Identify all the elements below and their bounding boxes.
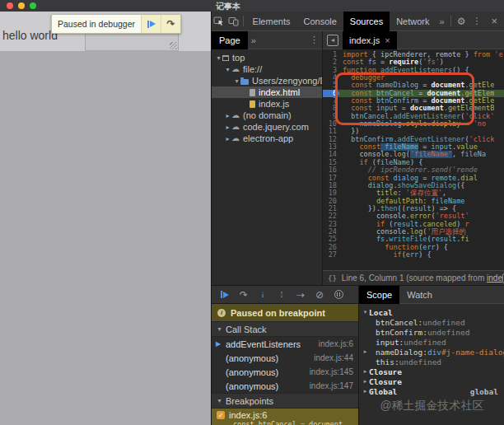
code-line[interactable]: 12 btnConfirm.addEventListener('click xyxy=(323,136,504,143)
tab-console[interactable]: Console xyxy=(296,12,343,31)
tree-item-index-html[interactable]: index.html xyxy=(212,86,322,98)
resume-script-button[interactable] xyxy=(219,291,231,298)
deactivate-breakpoints-button[interactable]: ⊘ xyxy=(314,289,325,301)
line-number[interactable]: 8 xyxy=(323,105,340,112)
code-area[interactable]: 1import { ipcRenderer, remote } from 'e2… xyxy=(323,49,504,270)
tree-item-no-domain[interactable]: ▸☁(no domain) xyxy=(212,110,322,121)
tab-scope[interactable]: Scope xyxy=(359,286,399,304)
resize-grip-icon[interactable] xyxy=(170,42,177,49)
code-line[interactable]: 27 if(err) { xyxy=(323,251,504,259)
call-stack-header[interactable]: ▾ Call Stack xyxy=(212,321,358,337)
code-line[interactable]: 16 // ipcRenderer.send('rende xyxy=(323,166,504,174)
scope-var-btnconfirm[interactable]: btnConfirm: undefined xyxy=(359,327,504,337)
tree-expand-icon[interactable]: ▾ xyxy=(215,54,222,62)
code-line[interactable]: 13 const fileName = input.value xyxy=(323,143,504,151)
tree-expand-icon[interactable]: ▸ xyxy=(224,124,231,131)
gear-icon[interactable]: ⚙ xyxy=(457,16,466,27)
code-line[interactable]: 17 const dialog = remote.dial xyxy=(323,175,504,182)
line-number[interactable]: 1 xyxy=(323,51,340,58)
code-line[interactable]: 18 dialog.showSaveDialog({ xyxy=(323,182,504,189)
code-line[interactable]: 15 if (fileName) { xyxy=(323,159,504,166)
breakpoint-checkbox[interactable]: ✓ xyxy=(217,411,225,419)
tree-expand-icon[interactable]: ▾ xyxy=(224,66,231,73)
code-line[interactable]: 24 console.log('用户选择的 xyxy=(323,228,504,236)
pause-on-exceptions-button[interactable] xyxy=(333,290,344,299)
pretty-print-icon[interactable]: {} xyxy=(323,274,342,283)
kebab-menu-icon[interactable]: ⋮ xyxy=(469,16,484,26)
overlay-resume-button[interactable] xyxy=(141,15,161,33)
tab-close-icon[interactable]: × xyxy=(385,35,390,45)
code-line[interactable]: 22 console.error('result' xyxy=(323,212,504,220)
call-stack-frame-addeventlisteners[interactable]: ▶addEventListenersindex.js:6 xyxy=(212,337,358,351)
tab-sources[interactable]: Sources xyxy=(343,12,390,31)
expand-arrow-icon[interactable]: ▸ xyxy=(362,348,369,355)
inspect-icon[interactable] xyxy=(212,13,226,30)
expand-arrow-icon[interactable]: ▸ xyxy=(362,368,369,375)
code-line[interactable]: 21 }).then((result) => { xyxy=(323,205,504,212)
expand-arrow-icon[interactable]: ▾ xyxy=(362,309,369,315)
breakpoint-marker[interactable]: 6 xyxy=(323,90,340,97)
tree-expand-icon[interactable]: ▸ xyxy=(224,135,231,142)
call-stack-frame-anonymous[interactable]: (anonymous)index.js:145 xyxy=(212,365,358,379)
overlay-step-over-button[interactable]: ↷ xyxy=(161,15,180,33)
code-line[interactable]: 4 debugger xyxy=(323,74,504,82)
tree-expand-icon[interactable]: ▾ xyxy=(233,77,240,85)
tab-elements[interactable]: Elements xyxy=(246,12,297,31)
step-into-button[interactable]: ↓• xyxy=(257,292,268,298)
line-number[interactable]: 27 xyxy=(323,251,340,259)
more-tabs-icon[interactable]: » xyxy=(248,35,259,45)
scope-var-input[interactable]: input: undefined xyxy=(359,337,504,347)
tree-item-file[interactable]: ▾☁file:// xyxy=(212,63,322,75)
scope-section-local[interactable]: ▾Local xyxy=(359,307,504,317)
source-map-link[interactable]: inde xyxy=(487,273,502,283)
line-number[interactable]: 4 xyxy=(323,74,340,82)
scope-section-closure[interactable]: ▸Closure xyxy=(359,367,504,376)
code-line[interactable]: 19 title: '保存位置', xyxy=(323,189,504,197)
scope-var-this[interactable]: this: undefined xyxy=(359,357,504,367)
step-over-button[interactable]: ↷ xyxy=(238,289,250,301)
code-line[interactable]: 3function addEventListeners() { xyxy=(323,67,504,74)
line-number[interactable]: 5 xyxy=(323,82,340,89)
expand-arrow-icon[interactable]: ▸ xyxy=(362,388,369,395)
zoom-window-button[interactable] xyxy=(30,2,36,9)
tree-item-electron-app[interactable]: ▸☁electron-app xyxy=(212,133,322,144)
code-line[interactable]: 23 if (result.canceled) r xyxy=(323,221,504,228)
tree-item-users-zengyong-d[interactable]: ▾Users/zengyong/D xyxy=(212,75,322,86)
scope-var-namedialog[interactable]: ▸nameDialog: div#j-name-dialog.cr xyxy=(359,347,504,357)
code-line[interactable]: 20 defaultPath: fileName xyxy=(323,198,504,205)
collapse-sidebar-icon[interactable]: ◂ xyxy=(327,35,338,46)
minimize-window-button[interactable] xyxy=(18,2,25,9)
tab-watch[interactable]: Watch xyxy=(399,286,440,304)
code-line[interactable]: 8 const input = document.getElementB xyxy=(323,105,504,112)
tree-item-code-jquery-com[interactable]: ▸☁code.jquery.com xyxy=(212,121,322,133)
device-toolbar-icon[interactable] xyxy=(226,13,240,30)
code-line[interactable]: 1import { ipcRenderer, remote } from 'e xyxy=(323,51,504,58)
code-line[interactable]: 6 const btnCancel = document.getElem xyxy=(323,90,504,97)
close-window-button[interactable] xyxy=(7,2,13,9)
code-line[interactable]: 14 console.log('fileName', fileNa xyxy=(323,151,504,158)
breakpoint-item[interactable]: ✓ index.js:6 const btnCancel = document… xyxy=(212,409,358,425)
tree-expand-icon[interactable]: ▸ xyxy=(224,112,231,119)
scope-section-global[interactable]: ▸Globalglobal xyxy=(359,386,504,396)
code-line[interactable]: 26 function(err) { xyxy=(323,244,504,251)
tree-item-top[interactable]: ▾top xyxy=(212,52,322,63)
step-out-button[interactable]: ↑• xyxy=(276,292,287,298)
line-number[interactable]: 2 xyxy=(323,58,340,66)
close-icon[interactable]: × xyxy=(488,15,501,27)
tab-page[interactable]: Page xyxy=(212,31,248,49)
code-line[interactable]: 5 const nameDialog = document.getEle xyxy=(323,82,504,89)
line-number[interactable]: 3 xyxy=(323,67,340,74)
editor-tab-indexjs[interactable]: index.js × xyxy=(343,31,397,49)
tree-item-index-js[interactable]: index.js xyxy=(212,98,322,110)
kebab-menu-icon[interactable]: ⋮ xyxy=(306,35,322,45)
scope-var-btncancel[interactable]: btnCancel: undefined xyxy=(359,317,504,327)
code-line[interactable]: 25 fs.writeFile(result.fi xyxy=(323,236,504,243)
breakpoints-header[interactable]: ▾ Breakpoints xyxy=(212,393,358,409)
code-line[interactable]: 7 const btnConfirm = document.getEle xyxy=(323,97,504,105)
call-stack-frame-anonymous[interactable]: (anonymous)index.js:44 xyxy=(212,351,358,365)
line-number[interactable]: 7 xyxy=(323,97,340,105)
scope-section-closure[interactable]: ▸Closure xyxy=(359,376,504,386)
code-line[interactable]: 9 btnCancel.addEventListener('click' xyxy=(323,113,504,120)
call-stack-frame-anonymous[interactable]: (anonymous)index.js:147 xyxy=(212,379,358,393)
code-line[interactable]: 10 nameDialog.style.display = 'no xyxy=(323,120,504,128)
